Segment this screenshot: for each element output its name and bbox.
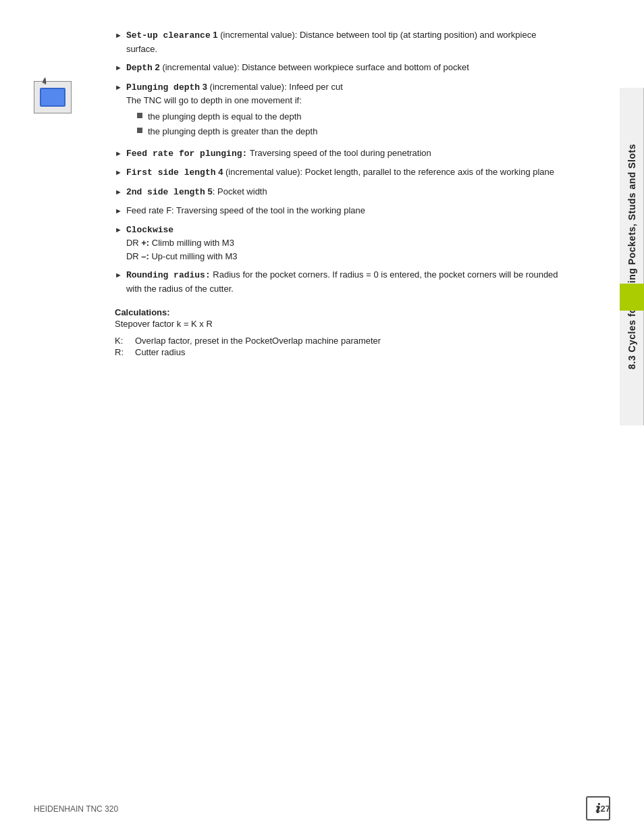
feed-rate-plunging-label: Feed rate for plunging:	[126, 149, 247, 159]
first-side-length-label: First side length	[126, 167, 216, 178]
arrow-icon-6: ►	[115, 186, 122, 198]
arrow-icon-5: ►	[115, 167, 122, 178]
arrow-icon-9: ►	[115, 269, 122, 281]
arrow-icon-4: ►	[115, 148, 122, 159]
arrow-icon-2: ►	[115, 62, 122, 74]
depth-text: Depth 2 (incremental value): Distance be…	[126, 61, 570, 75]
bullet-depth: ► Depth 2 (incremental value): Distance …	[115, 61, 570, 75]
square-icon-1	[137, 113, 142, 118]
feed-rate-f-text: Feed rate F: Traversing speed of the too…	[126, 204, 570, 217]
bullet-feed-rate-f: ► Feed rate F: Traversing speed of the t…	[115, 204, 570, 217]
sub-bullet-greater: the plunging depth is greater than the d…	[137, 125, 570, 138]
calc-row-k: K: Overlap factor, preset in the PocketO…	[115, 336, 570, 346]
calc-value-k: Overlap factor, preset in the PocketOver…	[135, 336, 570, 346]
rounding-radius-label: Rounding radius:	[126, 270, 211, 280]
first-side-length-num: 4	[218, 167, 223, 177]
tool-icon-box: 4	[34, 81, 72, 113]
plunging-sub-list: the plunging depth is equal to the depth…	[137, 110, 570, 138]
calculations-table: K: Overlap factor, preset in the PocketO…	[115, 336, 570, 357]
calculations-section: Calculations: Stepover factor k = K x R …	[115, 307, 570, 357]
dr-minus: –:	[141, 251, 149, 261]
calculations-title: Calculations:	[115, 307, 570, 317]
bullet-clockwise: ► Clockwise DR +: Climb milling with M3 …	[115, 223, 570, 263]
arrow-icon-3: ►	[115, 82, 122, 93]
bullet-rounding-radius: ► Rounding radius: Radius for the pocket…	[115, 268, 570, 295]
rounding-radius-text: Rounding radius: Radius for the pocket c…	[126, 268, 570, 295]
plunging-depth-text: Plunging depth 3 (incremental value): In…	[126, 80, 570, 141]
bullet-plunging-depth: ► Plunging depth 3 (incremental value): …	[115, 80, 570, 141]
clockwise-label: Clockwise	[126, 225, 173, 235]
tool-icon: 4	[40, 88, 65, 107]
page: 8.3 Cycles for Milling Pockets, Studs an…	[0, 0, 644, 834]
plunging-depth-num: 3	[203, 82, 207, 92]
calculations-formula: Stepover factor k = K x R	[115, 319, 570, 329]
footer-brand: HEIDENHAIN TNC 320	[34, 804, 118, 814]
dr-plus: +:	[141, 238, 149, 248]
content-area: ► Set-up clearance 1 (incremental value)…	[115, 28, 570, 357]
arrow-icon-7: ►	[115, 205, 122, 217]
main-content: ► Set-up clearance 1 (incremental value)…	[0, 0, 617, 403]
setup-clearance-num: 1	[213, 30, 217, 40]
calc-key-k: K:	[115, 336, 135, 346]
sub-bullet-equal-text: the plunging depth is equal to the depth	[148, 110, 570, 124]
calc-row-r: R: Cutter radius	[115, 347, 570, 357]
depth-label: Depth	[126, 63, 153, 73]
plunging-depth-label: Plunging depth	[126, 82, 200, 93]
sidebar-tab-accent	[620, 284, 644, 311]
calc-value-r: Cutter radius	[135, 347, 570, 357]
square-icon-2	[137, 128, 142, 133]
bullet-first-side-length: ► First side length 4 (incremental value…	[115, 165, 570, 180]
setup-clearance-text: Set-up clearance 1 (incremental value): …	[126, 28, 570, 55]
first-side-length-text: First side length 4 (incremental value):…	[126, 165, 570, 180]
clockwise-text: Clockwise DR +: Climb milling with M3 DR…	[126, 223, 570, 263]
depth-num: 2	[155, 62, 160, 72]
bullet-setup-clearance: ► Set-up clearance 1 (incremental value)…	[115, 28, 570, 55]
arrow-icon-1: ►	[115, 30, 122, 41]
second-side-length-text: 2nd side length 5: Pocket width	[126, 185, 570, 199]
setup-clearance-label: Set-up clearance	[126, 30, 211, 41]
calc-key-r: R:	[115, 347, 135, 357]
bullet-second-side-length: ► 2nd side length 5: Pocket width	[115, 185, 570, 199]
icon-number: 4	[43, 78, 47, 86]
second-side-length-num: 5	[208, 186, 213, 197]
sub-bullet-greater-text: the plunging depth is greater than the d…	[148, 125, 570, 138]
second-side-length-label: 2nd side length	[126, 187, 205, 197]
sub-bullet-equal: the plunging depth is equal to the depth	[137, 110, 570, 124]
info-icon: i	[586, 796, 610, 820]
bullet-feed-rate-plunging: ► Feed rate for plunging: Traversing spe…	[115, 147, 570, 161]
arrow-icon-8: ►	[115, 224, 122, 236]
sidebar-title: 8.3 Cycles for Milling Pockets, Studs an…	[620, 88, 644, 425]
footer: HEIDENHAIN TNC 320 227	[0, 804, 644, 814]
feed-rate-plunging-text: Feed rate for plunging: Traversing speed…	[126, 147, 570, 161]
